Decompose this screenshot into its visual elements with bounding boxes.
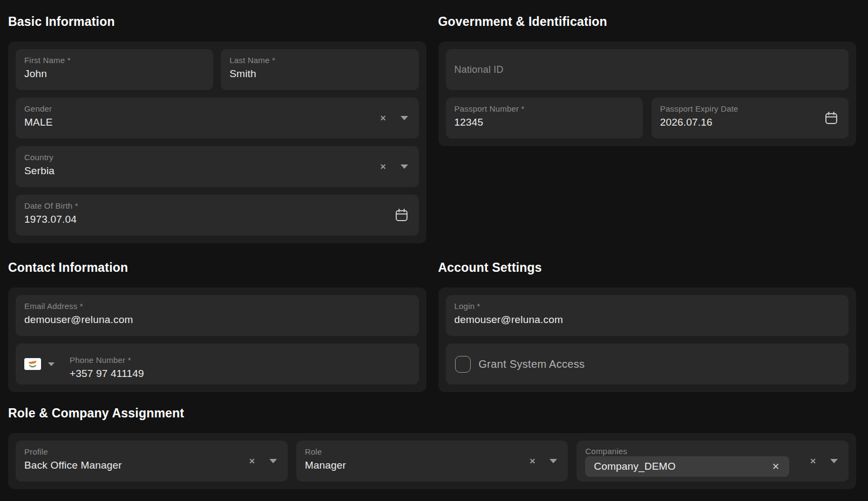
passport-expiry-date-field[interactable]: Passport Expiry Date 2026.07.16 (652, 98, 849, 139)
email-address-label: Email Address * (24, 302, 133, 311)
phone-number-label: Phone Number * (70, 356, 144, 365)
email-address-field[interactable]: Email Address * demouser@reluna.com (16, 295, 419, 336)
cyprus-flag-icon[interactable] (24, 358, 41, 370)
profile-value: Back Office Manager (24, 459, 122, 471)
contact-information-card: Email Address * demouser@reluna.com (8, 287, 426, 392)
date-of-birth-label: Date Of Birth * (24, 202, 78, 210)
national-id-field[interactable]: National ID (446, 49, 849, 90)
dial-code-chevron-down-icon[interactable] (48, 362, 55, 366)
role-company-assignment-title: Role & Company Assignment (8, 406, 856, 421)
first-name-field[interactable]: First Name * John (16, 49, 213, 90)
profile-clear-icon[interactable]: ✕ (249, 457, 255, 465)
account-settings-title: Account Settings (438, 260, 857, 275)
gender-chevron-down-icon[interactable] (401, 116, 408, 120)
date-of-birth-value: 1973.07.04 (24, 213, 78, 225)
role-company-assignment-card: Profile Back Office Manager ✕ Role Manag… (8, 433, 856, 489)
last-name-value: Smith (229, 67, 275, 80)
section-basic-information: Basic Information First Name * John Last (8, 15, 426, 243)
grant-system-access-row[interactable]: Grant System Access (446, 344, 849, 385)
login-value: demouser@reluna.com (455, 313, 564, 326)
role-clear-icon[interactable]: ✕ (530, 457, 536, 465)
country-chevron-down-icon[interactable] (401, 164, 408, 169)
gender-label: Gender (24, 105, 53, 113)
basic-information-title: Basic Information (8, 15, 426, 29)
profile-select[interactable]: Profile Back Office Manager ✕ (16, 441, 288, 482)
passport-number-field[interactable]: Passport Number * 12345 (446, 98, 643, 139)
companies-chevron-down-icon[interactable] (830, 459, 838, 463)
section-role-company-assignment: Role & Company Assignment Profile Back O… (8, 406, 856, 489)
contact-information-title: Contact Information (8, 260, 426, 275)
role-value: Manager (305, 459, 346, 471)
gender-clear-icon[interactable]: ✕ (380, 114, 386, 122)
grant-system-access-checkbox[interactable] (455, 356, 471, 373)
company-chip-remove-icon[interactable]: ✕ (772, 462, 779, 471)
section-contact-information: Contact Information Email Address * demo… (8, 260, 426, 392)
national-id-placeholder: National ID (446, 64, 504, 76)
country-label: Country (24, 153, 55, 162)
role-label: Role (305, 448, 346, 456)
passport-number-label: Passport Number * (455, 105, 525, 113)
section-government-identification: Government & Identification National ID … (438, 15, 857, 146)
company-chip-label: Company_DEMO (594, 461, 675, 472)
country-select[interactable]: Country Serbia ✕ (16, 146, 419, 187)
phone-number-value: +357 97 411149 (70, 367, 144, 380)
government-identification-card: National ID Passport Number * 12345 Pass… (438, 42, 857, 146)
section-account-settings: Account Settings Login * demouser@reluna… (438, 260, 857, 392)
last-name-label: Last Name * (229, 56, 275, 65)
account-settings-card: Login * demouser@reluna.com Grant System… (438, 287, 857, 392)
user-form-page: Basic Information First Name * John Last (0, 15, 868, 489)
passport-expiry-date-label: Passport Expiry Date (660, 105, 738, 113)
companies-select[interactable]: Companies Company_DEMO ✕ ✕ (577, 441, 849, 482)
profile-label: Profile (24, 448, 122, 456)
government-identification-title: Government & Identification (438, 15, 857, 29)
date-of-birth-calendar-icon[interactable] (394, 195, 419, 236)
passport-number-value: 12345 (455, 116, 525, 128)
role-chevron-down-icon[interactable] (550, 459, 557, 463)
login-field[interactable]: Login * demouser@reluna.com (446, 295, 849, 336)
companies-clear-icon[interactable]: ✕ (810, 457, 816, 465)
country-clear-icon[interactable]: ✕ (380, 163, 386, 170)
first-name-value: John (24, 67, 71, 80)
company-chip[interactable]: Company_DEMO ✕ (585, 456, 789, 477)
first-name-label: First Name * (24, 56, 71, 65)
companies-label: Companies (585, 447, 789, 455)
login-label: Login * (455, 302, 564, 311)
grant-system-access-label: Grant System Access (479, 358, 585, 370)
basic-information-card: First Name * John Last Name * Smith (8, 42, 426, 243)
phone-number-field[interactable]: Phone Number * +357 97 411149 (16, 344, 419, 385)
profile-chevron-down-icon[interactable] (269, 459, 277, 463)
gender-value: MALE (24, 116, 53, 128)
date-of-birth-field[interactable]: Date Of Birth * 1973.07.04 (16, 195, 419, 236)
email-address-value: demouser@reluna.com (24, 313, 133, 326)
role-select[interactable]: Role Manager ✕ (296, 441, 568, 482)
last-name-field[interactable]: Last Name * Smith (221, 49, 418, 90)
passport-expiry-calendar-icon[interactable] (824, 98, 849, 139)
passport-expiry-date-value: 2026.07.16 (660, 116, 738, 128)
country-value: Serbia (24, 164, 55, 177)
gender-select[interactable]: Gender MALE ✕ (16, 98, 419, 139)
